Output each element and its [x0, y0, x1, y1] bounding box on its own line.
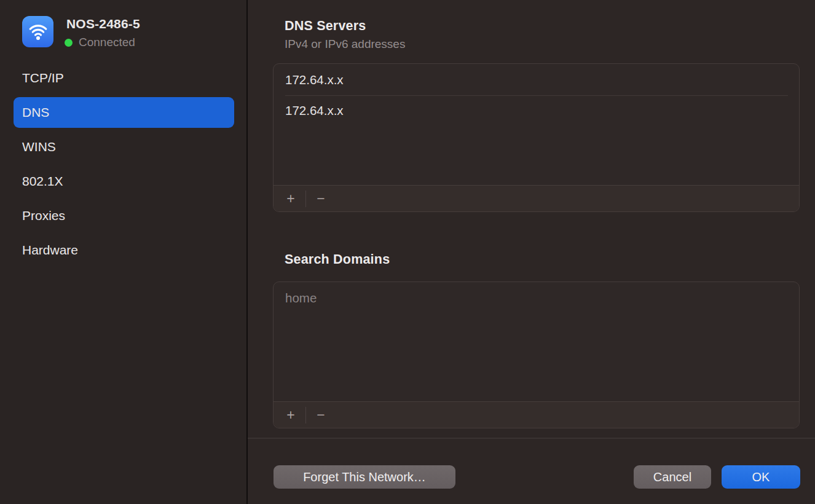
- plus-icon: +: [286, 190, 294, 207]
- network-status: Connected: [65, 36, 135, 49]
- add-dns-server-button[interactable]: +: [281, 189, 301, 208]
- toolbar-separator: [305, 191, 306, 207]
- dns-servers-subtitle: IPv4 or IPv6 addresses: [285, 37, 405, 51]
- dns-server-value: 172.64.x.x: [285, 73, 344, 87]
- sidebar-item-8021x[interactable]: 802.1X: [14, 166, 234, 197]
- forget-network-button[interactable]: Forget This Network…: [274, 465, 455, 489]
- ok-button[interactable]: OK: [722, 465, 800, 489]
- plus-icon: +: [286, 406, 294, 423]
- network-name: NOS-2486-5: [66, 17, 140, 31]
- sidebar-item-label: Proxies: [22, 208, 65, 223]
- minus-icon: −: [317, 406, 325, 423]
- search-domains-title: Search Domains: [285, 252, 390, 267]
- sidebar-item-label: TCP/IP: [22, 71, 64, 85]
- dns-server-value: 172.64.x.x: [285, 103, 344, 118]
- sidebar: NOS-2486-5 Connected TCP/IP DNS WINS 802…: [0, 0, 248, 504]
- network-details-window: NOS-2486-5 Connected TCP/IP DNS WINS 802…: [0, 0, 815, 504]
- add-search-domain-button[interactable]: +: [281, 406, 301, 424]
- toolbar-separator: [305, 407, 306, 423]
- sidebar-nav: TCP/IP DNS WINS 802.1X Proxies Hardware: [14, 63, 234, 269]
- sidebar-item-wins[interactable]: WINS: [14, 132, 234, 162]
- sidebar-item-dns[interactable]: DNS: [14, 97, 234, 128]
- sidebar-item-label: Hardware: [22, 243, 78, 258]
- connected-status-label: Connected: [79, 36, 135, 49]
- search-domain-entry[interactable]: home: [274, 282, 799, 313]
- dns-servers-title: DNS Servers: [285, 18, 366, 34]
- dns-server-entry[interactable]: 172.64.x.x: [274, 64, 799, 95]
- remove-dns-server-button[interactable]: −: [311, 189, 331, 208]
- sidebar-item-proxies[interactable]: Proxies: [14, 200, 234, 231]
- remove-search-domain-button[interactable]: −: [311, 406, 331, 424]
- dns-servers-list-toolbar: + −: [274, 185, 799, 211]
- wifi-icon: [22, 16, 53, 47]
- dns-servers-list: 172.64.x.x 172.64.x.x + −: [273, 63, 800, 212]
- sidebar-item-tcpip[interactable]: TCP/IP: [14, 63, 234, 93]
- cancel-button[interactable]: Cancel: [634, 465, 711, 489]
- search-domains-list-toolbar: + −: [274, 401, 799, 428]
- search-domains-list: home + −: [273, 282, 800, 428]
- footer-divider: [248, 438, 815, 439]
- sidebar-item-label: WINS: [22, 140, 56, 154]
- sidebar-item-hardware[interactable]: Hardware: [14, 235, 234, 266]
- search-domain-value: home: [285, 291, 317, 305]
- connected-status-dot-icon: [65, 39, 73, 47]
- dns-server-entry[interactable]: 172.64.x.x: [274, 96, 799, 125]
- sidebar-item-label: DNS: [22, 105, 49, 120]
- sidebar-item-label: 802.1X: [22, 174, 63, 189]
- minus-icon: −: [317, 190, 325, 207]
- dns-settings-panel: DNS Servers IPv4 or IPv6 addresses 172.6…: [248, 0, 815, 504]
